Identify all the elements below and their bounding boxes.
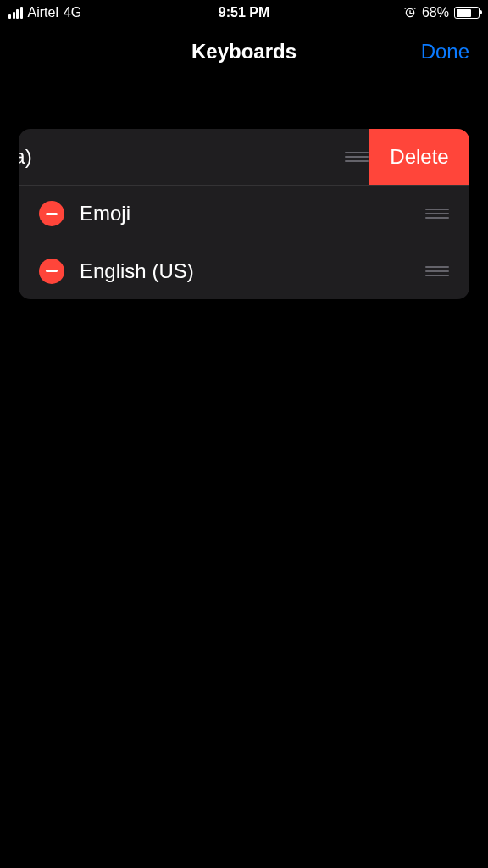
reorder-handle-icon[interactable]	[425, 266, 449, 276]
delete-button[interactable]: Delete	[369, 129, 469, 185]
alarm-icon	[403, 6, 417, 19]
reorder-handle-icon[interactable]	[425, 209, 449, 219]
keyboard-row-emoji[interactable]: Emoji	[19, 186, 469, 242]
keyboard-label: lish (India)	[19, 145, 32, 169]
minus-icon	[46, 213, 58, 215]
minus-icon	[46, 270, 58, 272]
status-right: 68%	[403, 5, 480, 20]
done-button[interactable]: Done	[421, 40, 469, 64]
carrier-label: Airtel	[28, 5, 58, 20]
reorder-handle-icon[interactable]	[345, 152, 369, 162]
status-bar: Airtel 4G 9:51 PM 68%	[0, 0, 488, 25]
keyboard-label: English (US)	[80, 259, 194, 283]
page-title: Keyboards	[191, 40, 297, 64]
keyboard-row-english-india[interactable]: lish (India) Delete	[19, 129, 469, 186]
keyboard-label: Emoji	[80, 202, 130, 225]
status-left: Airtel 4G	[8, 5, 81, 20]
keyboard-list: lish (India) Delete Emoji English (US)	[19, 129, 469, 299]
battery-pct: 68%	[422, 5, 449, 20]
battery-icon	[454, 7, 480, 19]
signal-icon	[8, 7, 23, 19]
remove-button[interactable]	[39, 259, 64, 284]
keyboard-row-english-us[interactable]: English (US)	[19, 242, 469, 299]
nav-bar: Keyboards Done	[0, 25, 488, 78]
remove-button[interactable]	[39, 201, 64, 226]
network-label: 4G	[64, 5, 81, 20]
status-time: 9:51 PM	[219, 5, 269, 20]
